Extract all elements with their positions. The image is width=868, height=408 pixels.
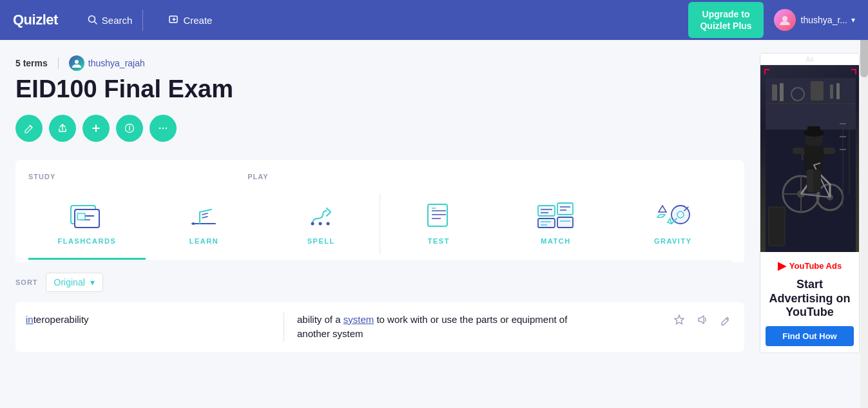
term-actions xyxy=(671,313,734,327)
sort-row: SORT Original ▾ xyxy=(15,262,744,302)
spell-card[interactable]: SPELL xyxy=(262,188,380,260)
term-rest: teroperability xyxy=(34,314,89,325)
ad-corner-markers xyxy=(764,69,856,74)
edit-button[interactable] xyxy=(15,115,43,142)
create-icon xyxy=(169,15,179,25)
author-link[interactable]: thushya_rajah xyxy=(69,55,145,71)
svg-rect-49 xyxy=(780,83,784,101)
term-highlight: in xyxy=(26,314,34,325)
ad-cta-button[interactable]: Find Out How xyxy=(766,326,854,346)
learn-label: LEARN xyxy=(189,237,218,245)
svg-point-6 xyxy=(75,60,79,64)
main-wrapper: 5 terms thushya_rajah EID100 Final Exam xyxy=(0,40,868,353)
meta-divider xyxy=(58,57,59,69)
play-label: PLAY xyxy=(247,173,268,180)
test-card[interactable]: TEST xyxy=(380,188,497,260)
sort-dropdown[interactable]: Original ▾ xyxy=(46,273,103,292)
flashcards-card[interactable]: FLASHCARDS xyxy=(28,188,146,260)
ad-yt-row: ▶ YouTube Ads xyxy=(766,258,854,273)
study-cards: FLASHCARDS LEARN xyxy=(28,188,731,262)
audio-button[interactable] xyxy=(694,313,711,327)
svg-rect-20 xyxy=(77,213,85,220)
logo[interactable]: Quizlet xyxy=(13,12,58,28)
svg-rect-53 xyxy=(836,83,840,99)
gravity-label: GRAVITY xyxy=(654,237,692,245)
ad-label: Ad xyxy=(760,53,859,65)
corner-tl xyxy=(764,69,769,74)
youtube-icon: ▶ xyxy=(778,258,787,273)
match-label: MATCH xyxy=(541,237,570,245)
def-highlight-1: system xyxy=(343,314,374,325)
search-button[interactable]: Search xyxy=(77,10,144,31)
edit-term-button[interactable] xyxy=(717,313,734,327)
svg-rect-59 xyxy=(824,148,835,154)
svg-rect-48 xyxy=(772,84,777,101)
svg-point-5 xyxy=(782,16,787,21)
term-row: interoperability ability of a system to … xyxy=(15,302,744,352)
ad-headline: Start Advertising on YouTube xyxy=(766,278,854,320)
info-button[interactable] xyxy=(116,115,143,142)
svg-rect-37 xyxy=(557,203,573,215)
terms-count: 5 terms xyxy=(15,58,48,68)
user-menu[interactable]: thushya_r... ▾ xyxy=(774,9,855,31)
author-avatar xyxy=(69,55,84,71)
learn-card[interactable]: LEARN xyxy=(146,188,263,260)
flashcards-label: FLASHCARDS xyxy=(57,237,116,245)
add-button[interactable] xyxy=(82,115,110,142)
svg-marker-44 xyxy=(659,206,666,212)
favorite-button[interactable] xyxy=(671,313,688,327)
learn-icon xyxy=(185,199,224,231)
share-button[interactable] xyxy=(49,115,76,142)
action-buttons xyxy=(15,115,744,142)
spell-label: SPELL xyxy=(307,237,335,245)
svg-point-22 xyxy=(192,222,195,225)
content-area: 5 terms thushya_rajah EID100 Final Exam xyxy=(0,40,760,353)
ad-image xyxy=(760,65,860,252)
svg-point-25 xyxy=(327,222,330,225)
search-icon xyxy=(88,15,98,25)
match-icon xyxy=(537,199,575,231)
test-icon xyxy=(420,199,458,231)
svg-rect-34 xyxy=(538,219,555,228)
gravity-icon xyxy=(653,199,692,231)
svg-rect-73 xyxy=(840,149,846,150)
svg-rect-58 xyxy=(793,148,804,154)
def-text-1: ability of a xyxy=(297,314,343,325)
study-section: STUDY PLAY FLASHCARDS xyxy=(15,160,744,262)
svg-rect-72 xyxy=(840,136,846,137)
sort-label: SORT xyxy=(15,278,38,286)
more-button[interactable] xyxy=(149,115,177,142)
gravity-card[interactable]: GRAVITY xyxy=(614,188,731,260)
svg-rect-57 xyxy=(804,146,824,171)
corner-tr xyxy=(851,69,856,74)
svg-point-13 xyxy=(159,127,161,129)
test-label: TEST xyxy=(428,237,450,245)
svg-rect-74 xyxy=(769,207,785,246)
match-card[interactable]: MATCH xyxy=(497,188,615,260)
ad-image-inner xyxy=(760,65,860,252)
author-name: thushya_rajah xyxy=(88,58,145,68)
svg-point-23 xyxy=(311,222,314,225)
set-title: EID100 Final Exam xyxy=(15,76,744,103)
yt-ads-label: YouTube Ads xyxy=(789,261,842,271)
scrollbar-track[interactable] xyxy=(860,0,868,353)
svg-point-15 xyxy=(166,127,168,129)
edit-icon xyxy=(24,123,34,133)
svg-line-1 xyxy=(94,22,97,24)
svg-rect-26 xyxy=(428,204,447,226)
avatar-image xyxy=(778,14,791,26)
avatar xyxy=(774,9,796,31)
meta-row: 5 terms thushya_rajah xyxy=(15,55,744,71)
info-icon xyxy=(124,123,135,133)
star-icon xyxy=(673,314,685,325)
upgrade-button[interactable]: Upgrade to Quizlet Plus xyxy=(688,2,763,38)
create-button[interactable]: Create xyxy=(159,10,222,31)
svg-rect-71 xyxy=(840,123,846,124)
svg-line-7 xyxy=(30,125,32,127)
svg-rect-68 xyxy=(813,170,821,192)
svg-rect-52 xyxy=(830,84,833,99)
ad-illustration xyxy=(766,78,856,252)
svg-point-14 xyxy=(162,127,164,129)
sort-chevron-icon: ▾ xyxy=(90,277,95,287)
pencil-icon xyxy=(720,314,731,325)
